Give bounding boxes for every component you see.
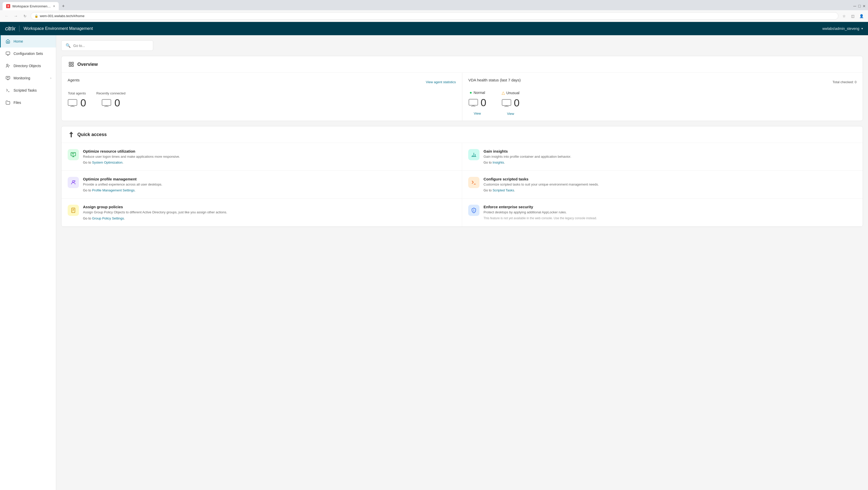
- recently-connected-value-container: 0: [102, 97, 120, 109]
- url-text: wem-001.wwlabs.tech/#/home: [40, 14, 85, 18]
- quick-item-assign-group: Assign group policies Assign Group Polic…: [62, 199, 462, 226]
- app-wrapper: citrix Workspace Environment Management …: [0, 22, 868, 490]
- search-input[interactable]: [73, 44, 149, 48]
- svg-rect-12: [469, 99, 478, 105]
- profile-management-settings-link[interactable]: Profile Management Settings: [92, 188, 134, 192]
- browser-tab-bar: X Workspace Environment Manage × + ─ □ ×: [0, 0, 868, 10]
- files-icon: [5, 100, 10, 105]
- bookmark-button[interactable]: ☆: [840, 12, 847, 20]
- lock-icon: 🔒: [34, 14, 38, 18]
- forward-button[interactable]: →: [12, 12, 20, 20]
- overview-section: Overview Agents View agent statistics To…: [61, 56, 863, 121]
- vda-normal-value-container: 0: [468, 97, 486, 108]
- quick-access-icon: [68, 131, 75, 138]
- monitoring-chevron-icon: ›: [50, 76, 51, 80]
- configuration-sets-icon: [5, 51, 10, 56]
- reload-button[interactable]: ↻: [22, 12, 29, 20]
- insights-link[interactable]: Insights: [493, 161, 504, 164]
- recently-connected-label: Recently connected: [96, 91, 125, 95]
- unusual-status-icon: △: [502, 90, 505, 95]
- sidebar-item-home[interactable]: Home: [0, 35, 56, 47]
- recently-connected-number: 0: [114, 97, 120, 109]
- vda-unusual-monitor-icon: [502, 99, 512, 107]
- vda-normal-view-link[interactable]: View: [474, 111, 481, 116]
- back-button[interactable]: ←: [3, 12, 10, 20]
- sidebar-item-label-files: Files: [13, 101, 51, 105]
- assign-group-title: Assign group policies: [83, 205, 456, 209]
- browser-chrome: X Workspace Environment Manage × + ─ □ ×…: [0, 0, 868, 22]
- vda-unusual-view-link[interactable]: View: [507, 112, 514, 116]
- enforce-security-desc: Protect desktops by applying additional …: [484, 210, 857, 215]
- scripted-tasks-icon: [5, 88, 10, 93]
- new-tab-button[interactable]: +: [60, 3, 67, 10]
- svg-point-21: [72, 181, 74, 183]
- optimize-resource-title: Optimize resource utilization: [83, 149, 456, 153]
- vda-unusual-value-container: 0: [502, 97, 520, 109]
- configure-scripted-icon: [468, 177, 479, 188]
- app-topbar: citrix Workspace Environment Management …: [0, 22, 868, 35]
- extensions-button[interactable]: ◫: [849, 12, 856, 20]
- svg-rect-4: [69, 62, 71, 64]
- vda-normal-number: 0: [481, 97, 486, 108]
- normal-status-icon: ●: [469, 90, 472, 95]
- optimize-resource-icon: [68, 149, 79, 160]
- sidebar-item-scripted-tasks[interactable]: Scripted Tasks: [0, 84, 56, 96]
- total-agents-value-container: 0: [68, 97, 86, 109]
- system-optimization-link[interactable]: System Optimization: [92, 161, 122, 164]
- close-window-button[interactable]: ×: [863, 4, 865, 9]
- citrix-logo: citrix: [5, 25, 15, 32]
- url-bar[interactable]: 🔒 wem-001.wwlabs.tech/#/home: [31, 12, 838, 20]
- vda-unusual-header: △ Unusual: [502, 90, 519, 95]
- main-content: 🔍 Overview: [56, 35, 868, 490]
- tab-close-button[interactable]: ×: [53, 4, 55, 8]
- profile-button[interactable]: 👤: [858, 12, 865, 20]
- assign-group-link-container: Go to Group Policy Settings.: [83, 217, 456, 220]
- vda-normal-label: Normal: [473, 91, 485, 95]
- optimize-resource-link-container: Go to System Optimization.: [83, 161, 456, 164]
- optimize-profile-desc: Provide a unified experience across all …: [83, 182, 456, 187]
- svg-point-1: [7, 64, 8, 66]
- total-agents-stat: Total agents 0: [68, 91, 86, 109]
- vda-total: Total checked: 0: [833, 80, 857, 84]
- optimize-profile-title: Optimize profile management: [83, 177, 456, 181]
- overview-header: Overview: [62, 56, 863, 73]
- enforce-security-title: Enforce enterprise security: [484, 205, 857, 209]
- configure-scripted-link-container: Go to Scripted Tasks.: [484, 188, 857, 192]
- group-policy-settings-link[interactable]: Group Policy Settings: [92, 217, 124, 220]
- quick-item-gain-insights: Gain insights Gain insights into profile…: [462, 143, 863, 171]
- vda-normal-monitor-icon: [468, 99, 478, 107]
- sidebar-item-configuration-sets[interactable]: Configuration Sets: [0, 47, 56, 60]
- quick-item-enforce-security-content: Enforce enterprise security Protect desk…: [484, 205, 857, 220]
- svg-rect-6: [69, 65, 71, 66]
- search-icon: 🔍: [66, 43, 71, 48]
- search-bar[interactable]: 🔍: [61, 40, 153, 51]
- optimize-profile-link-container: Go to Profile Management Settings.: [83, 188, 456, 192]
- browser-tab-active[interactable]: X Workspace Environment Manage ×: [3, 2, 59, 10]
- svg-rect-7: [72, 65, 73, 66]
- quick-item-enforce-security: Enforce enterprise security Protect desk…: [462, 199, 863, 226]
- topbar-divider: [19, 26, 20, 32]
- agents-stats-grid: Total agents 0: [68, 91, 456, 109]
- svg-marker-16: [69, 132, 73, 137]
- sidebar-item-monitoring[interactable]: Monitoring ›: [0, 72, 56, 84]
- user-menu[interactable]: wwlabs\admin_steveng ▾: [822, 27, 863, 31]
- quick-item-optimize-resource: Optimize resource utilization Reduce use…: [62, 143, 462, 171]
- directory-objects-icon: [5, 63, 10, 68]
- view-agent-statistics-link[interactable]: View agent statistics: [426, 80, 456, 84]
- monitoring-icon: [5, 75, 10, 80]
- sidebar-item-files[interactable]: Files: [0, 96, 56, 109]
- username: wwlabs\admin_steveng: [822, 27, 859, 31]
- sidebar-item-label-home: Home: [13, 39, 51, 43]
- overview-icon: [68, 61, 75, 68]
- sidebar-item-directory-objects[interactable]: Directory Objects: [0, 60, 56, 72]
- scripted-tasks-link[interactable]: Scripted Tasks: [493, 188, 514, 192]
- quick-item-optimize-profile-content: Optimize profile management Provide a un…: [83, 177, 456, 192]
- sidebar: Home Configuration Sets: [0, 35, 56, 490]
- overview-grid: Agents View agent statistics Total agent…: [62, 73, 863, 121]
- svg-rect-10: [102, 99, 111, 105]
- maximize-button[interactable]: □: [858, 4, 861, 8]
- agents-panel-title: Agents: [68, 78, 80, 82]
- vda-unusual-number: 0: [514, 97, 520, 109]
- minimize-button[interactable]: ─: [853, 4, 856, 8]
- gain-insights-desc: Gain insights into profile container and…: [484, 154, 857, 159]
